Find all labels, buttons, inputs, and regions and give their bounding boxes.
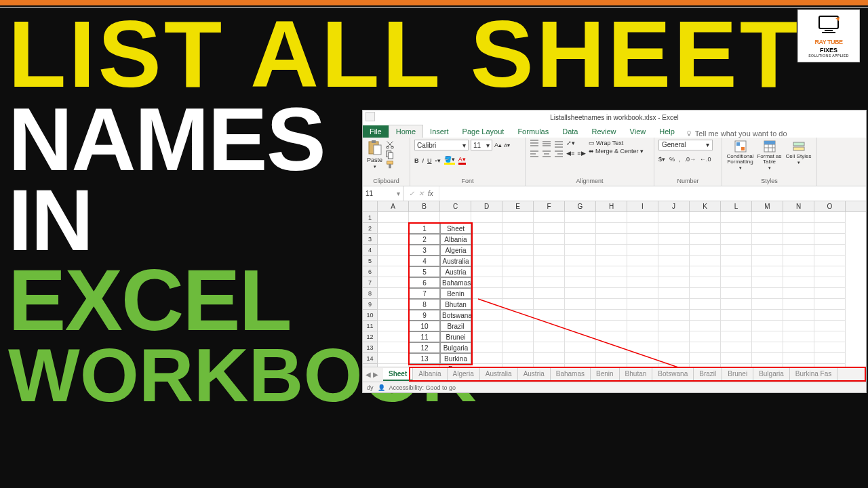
cell[interactable]	[690, 245, 721, 256]
increase-indent-icon[interactable]: ≡▶	[577, 150, 585, 158]
cell[interactable]	[440, 212, 471, 223]
sheet-tab[interactable]: Bulgaria	[753, 368, 790, 381]
cell[interactable]	[627, 353, 658, 364]
cell[interactable]	[814, 212, 846, 223]
cell[interactable]	[378, 342, 409, 353]
sheet-tab[interactable]: Albania	[413, 368, 447, 381]
cell[interactable]	[783, 266, 814, 277]
cell[interactable]	[783, 277, 814, 288]
cell[interactable]	[814, 288, 846, 299]
cell[interactable]: Brazil	[440, 321, 471, 331]
cell[interactable]	[690, 321, 721, 331]
cell[interactable]: 6	[409, 277, 440, 288]
cell[interactable]	[378, 353, 409, 364]
tab-data[interactable]: Data	[555, 125, 585, 138]
cell[interactable]	[596, 353, 627, 364]
cell[interactable]: Bahamas	[440, 277, 471, 288]
cell[interactable]: 10	[409, 321, 440, 331]
cell[interactable]	[502, 299, 534, 310]
cell[interactable]	[814, 331, 846, 342]
row-header[interactable]: 12	[363, 331, 377, 342]
decrease-font-icon[interactable]: A▾	[504, 142, 510, 148]
cell[interactable]	[502, 288, 534, 299]
cell[interactable]	[721, 353, 752, 364]
cell[interactable]	[814, 299, 846, 310]
cell[interactable]	[378, 310, 409, 321]
cell[interactable]	[534, 277, 565, 288]
column-header[interactable]: N	[783, 201, 814, 211]
cell[interactable]	[596, 277, 627, 288]
cell[interactable]	[596, 288, 627, 299]
cell[interactable]	[378, 212, 409, 223]
cell[interactable]: 5	[409, 266, 440, 277]
save-icon[interactable]	[366, 112, 375, 121]
cell[interactable]	[721, 331, 752, 342]
cell[interactable]	[690, 223, 721, 234]
row-header[interactable]: 6	[363, 266, 377, 277]
cell[interactable]	[690, 299, 721, 310]
tab-file[interactable]: File	[363, 125, 389, 138]
cell[interactable]	[721, 245, 752, 256]
cell[interactable]	[534, 310, 565, 321]
tab-view[interactable]: View	[623, 125, 653, 138]
sheet-tab[interactable]: Bahamas	[551, 368, 591, 381]
cell[interactable]	[690, 256, 721, 266]
sheet-nav-arrows[interactable]: ◀ ▶	[363, 371, 383, 378]
cell[interactable]	[565, 353, 596, 364]
column-header[interactable]: K	[690, 201, 721, 211]
cell[interactable]: Benin	[440, 288, 471, 299]
cell[interactable]	[534, 266, 565, 277]
column-header[interactable]: B	[409, 201, 440, 211]
column-header[interactable]: A	[378, 201, 409, 211]
orientation-icon[interactable]: ⤢▾	[566, 140, 575, 148]
cell[interactable]	[378, 245, 409, 256]
cell[interactable]	[627, 256, 658, 266]
cell[interactable]	[658, 310, 690, 321]
sheet-tab[interactable]: Botswana	[652, 368, 694, 381]
cell[interactable]: Botswana	[440, 310, 471, 321]
sheet-tab[interactable]: Algeria	[448, 368, 480, 381]
cell[interactable]	[596, 299, 627, 310]
cell[interactable]	[627, 277, 658, 288]
cell[interactable]	[471, 310, 502, 321]
cell[interactable]	[534, 245, 565, 256]
cell[interactable]: 9	[409, 310, 440, 321]
cell[interactable]	[752, 234, 783, 245]
cell[interactable]	[783, 353, 814, 364]
row-header[interactable]: 11	[363, 321, 377, 331]
cell[interactable]	[471, 342, 502, 353]
cell[interactable]	[721, 223, 752, 234]
align-top-icon[interactable]	[530, 140, 539, 148]
cell[interactable]	[814, 277, 846, 288]
cell[interactable]	[378, 256, 409, 266]
cell[interactable]	[471, 353, 502, 364]
cell[interactable]	[752, 288, 783, 299]
cell[interactable]	[534, 299, 565, 310]
sheet-tab[interactable]: Austria	[518, 368, 551, 381]
column-header[interactable]: C	[440, 201, 471, 211]
cell[interactable]: Bulgaria	[440, 342, 471, 353]
cell[interactable]	[378, 223, 409, 234]
cell[interactable]	[627, 310, 658, 321]
cell[interactable]	[565, 256, 596, 266]
cell[interactable]: 1	[409, 223, 440, 234]
tab-page-layout[interactable]: Page Layout	[456, 125, 511, 138]
border-icon[interactable]: ▫▾	[435, 157, 441, 164]
cell[interactable]	[627, 266, 658, 277]
cell[interactable]	[534, 321, 565, 331]
cell[interactable]	[752, 331, 783, 342]
cell[interactable]	[565, 266, 596, 277]
cell[interactable]	[752, 353, 783, 364]
cell[interactable]	[502, 223, 534, 234]
cell[interactable]	[627, 212, 658, 223]
tell-me-search[interactable]: Tell me what you want to do	[686, 129, 787, 138]
cell[interactable]	[658, 234, 690, 245]
cell[interactable]	[502, 331, 534, 342]
cell[interactable]	[814, 321, 846, 331]
cell[interactable]	[471, 321, 502, 331]
cell[interactable]: Bhutan	[440, 299, 471, 310]
cell[interactable]	[471, 266, 502, 277]
cell[interactable]	[627, 321, 658, 331]
cell[interactable]	[471, 234, 502, 245]
increase-font-icon[interactable]: A▴	[494, 142, 502, 148]
